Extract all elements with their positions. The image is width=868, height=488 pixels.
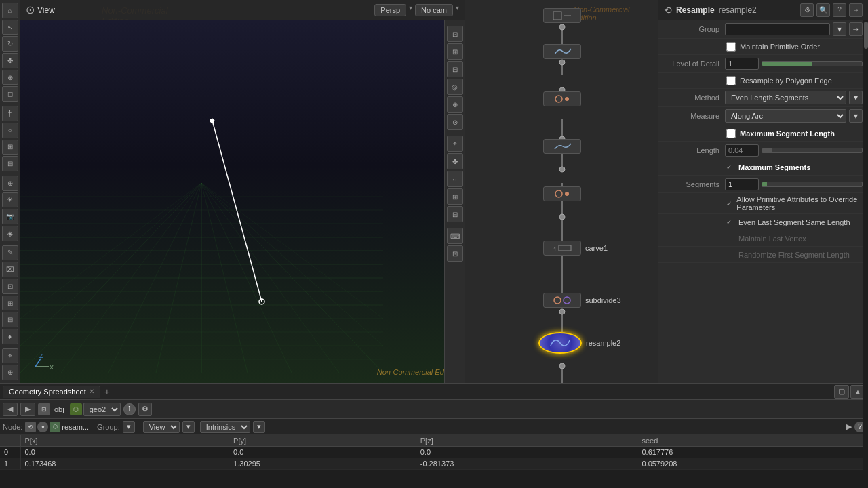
toolbar-edit5-btn[interactable]: ⊟ [2, 312, 18, 327]
segments-input[interactable] [725, 178, 759, 190]
props-scrollbar-thumb[interactable] [864, 22, 868, 49]
svg-line-26 [212, 121, 262, 302]
node-box-4[interactable] [543, 139, 581, 154]
toolbar-pan-btn[interactable]: ✤ [2, 53, 18, 68]
node-box-5[interactable] [543, 186, 581, 201]
toolbar-cam-btn[interactable]: 📷 [2, 209, 18, 224]
toolbar-edit1-btn[interactable]: ✎ [2, 245, 18, 261]
node-box-3[interactable] [543, 92, 581, 106]
method-arrow-btn[interactable]: ▾ [849, 91, 863, 104]
vp-tool2[interactable]: ⊞ [447, 43, 463, 60]
group-filter-btn[interactable]: ▾ [123, 421, 135, 433]
node-box-1[interactable] [543, 8, 581, 23]
vp-tool4[interactable]: ◎ [447, 79, 463, 95]
toolbar-home-btn[interactable]: ⌂ [2, 3, 18, 18]
measure-arrow-btn[interactable]: ▾ [849, 109, 863, 123]
vp-tool3[interactable]: ⊟ [447, 61, 463, 77]
svg-point-61 [564, 297, 570, 304]
persp-dropdown[interactable]: Persp [374, 4, 406, 16]
props-scrollbar[interactable] [863, 20, 868, 383]
svg-point-47 [559, 167, 565, 172]
toolbar-grid-btn[interactable]: ⊕ [2, 176, 18, 191]
vp-tool5[interactable]: ⊕ [447, 96, 463, 113]
node-box-resample2[interactable] [538, 332, 582, 354]
view-arrow-btn[interactable]: ▾ [182, 421, 195, 433]
viewport-content: Non-Commercial Edition X Z [20, 20, 465, 383]
vp-tool11[interactable]: ⊟ [447, 206, 463, 222]
props-settings-btn[interactable]: ⚙ [800, 3, 814, 17]
spread-forward-btn[interactable]: ▶ [20, 403, 35, 416]
method-select[interactable]: Even Length Segments [725, 91, 846, 104]
vp-tool1[interactable]: ⊡ [447, 26, 463, 42]
toolbar-zoom-btn[interactable]: ⊕ [2, 70, 18, 85]
node-box-subdivide3[interactable] [543, 293, 581, 308]
viewport-svg [20, 20, 465, 383]
toolbar-snap-btn[interactable]: ⊟ [2, 156, 18, 171]
toolbar-edit8-btn[interactable]: ⊕ [2, 365, 18, 380]
toolbar-light-btn[interactable]: ☀ [2, 192, 18, 208]
tab-close-btn[interactable]: ✕ [89, 388, 94, 395]
length-slider[interactable] [762, 148, 863, 153]
toolbar-edit3-btn[interactable]: ⊡ [2, 279, 18, 294]
toolbar-manip-btn[interactable]: ⊞ [2, 140, 18, 155]
play-btn[interactable]: ▶ [846, 422, 852, 431]
lod-input[interactable] [725, 58, 759, 70]
vp-tool13[interactable]: ⊡ [447, 245, 463, 262]
group-pick-btn[interactable]: → [849, 22, 863, 36]
vp-tool8[interactable]: ✤ [447, 153, 463, 169]
toolbar-select-btn[interactable]: ◻ [2, 86, 18, 102]
spread-options-btn[interactable]: ⚙ [138, 403, 152, 416]
allow-prim-attr-row: ✓ Allow Primitive Attributes to Override… [658, 193, 868, 214]
maintain-primitive-label: Maintain Primitive Order [740, 43, 820, 51]
vp-tool7[interactable]: ⌖ [447, 136, 463, 152]
toolbar-edit6-btn[interactable]: ♦ [2, 329, 18, 344]
toolbar-edit4-btn[interactable]: ⊞ [2, 296, 18, 311]
lod-slider[interactable] [762, 61, 863, 66]
row1-pz: -0.281373 [416, 458, 637, 470]
group-dropdown-btn[interactable]: ▾ [833, 22, 846, 36]
resample-polygon-checkbox[interactable] [726, 76, 736, 85]
group-input[interactable] [725, 23, 830, 35]
spread-geo-select[interactable]: geo2 [83, 403, 121, 416]
toolbar-edit2-btn[interactable]: ⌧ [2, 262, 18, 277]
view-select[interactable]: View [143, 421, 180, 433]
toolbar-rotate-btn[interactable]: ↻ [2, 36, 18, 52]
maintain-primitive-checkbox[interactable] [726, 42, 736, 52]
geometry-spreadsheet-tab[interactable]: Geometry Spreadsheet ✕ [3, 386, 100, 398]
bottom-tabs: Geometry Spreadsheet ✕ + ▢ ▲ [0, 384, 868, 400]
max-seg-len-checkbox[interactable] [726, 129, 736, 138]
svg-point-57 [565, 192, 569, 196]
prop-lod-row: Level of Detail [658, 55, 868, 73]
svg-point-55 [565, 97, 569, 101]
node-box-carve1[interactable]: 1 [543, 241, 581, 256]
viewport-icon: ⊙ [26, 3, 35, 16]
node-box-2[interactable] [543, 44, 581, 59]
toolbar-cursor-btn[interactable]: ↖ [2, 20, 18, 35]
length-slider-fill [762, 148, 772, 152]
vp-tool12[interactable]: ⌨ [447, 228, 463, 244]
toolbar-pose-btn[interactable]: † [2, 106, 18, 121]
vp-tool9[interactable]: ↔ [447, 171, 463, 187]
toolbar-obj-btn[interactable]: ○ [2, 123, 18, 138]
measure-select[interactable]: Along Arc [725, 109, 846, 123]
props-search-btn[interactable]: 🔍 [816, 3, 830, 17]
svg-text:Z: Z [39, 353, 43, 359]
props-pin-btn[interactable]: → [849, 3, 863, 17]
tab-add-btn[interactable]: + [102, 386, 113, 397]
props-help-btn[interactable]: ? [833, 3, 846, 17]
tab-minimize-btn[interactable]: ▢ [834, 385, 849, 399]
cam-dropdown[interactable]: No cam [415, 4, 453, 16]
intrinsics-select[interactable]: Intrinsics [200, 421, 250, 433]
intrinsics-arrow-btn[interactable]: ▾ [253, 421, 265, 433]
length-input[interactable] [725, 144, 759, 157]
toolbar-render-btn[interactable]: ◈ [2, 226, 18, 241]
vp-tool6[interactable]: ⊘ [447, 114, 463, 130]
toolbar-edit7-btn[interactable]: ⌖ [2, 348, 18, 364]
svg-point-50 [559, 363, 565, 369]
spread-back-btn[interactable]: ◀ [3, 403, 18, 416]
vp-tool10[interactable]: ⊞ [447, 188, 463, 205]
viewport-header: ⊙ View Persp ▾ No cam ▾ [20, 0, 465, 20]
segments-slider[interactable] [762, 182, 863, 187]
resample-polygon-label: Resample by Polygon Edge [740, 77, 832, 85]
svg-point-56 [555, 190, 562, 197]
